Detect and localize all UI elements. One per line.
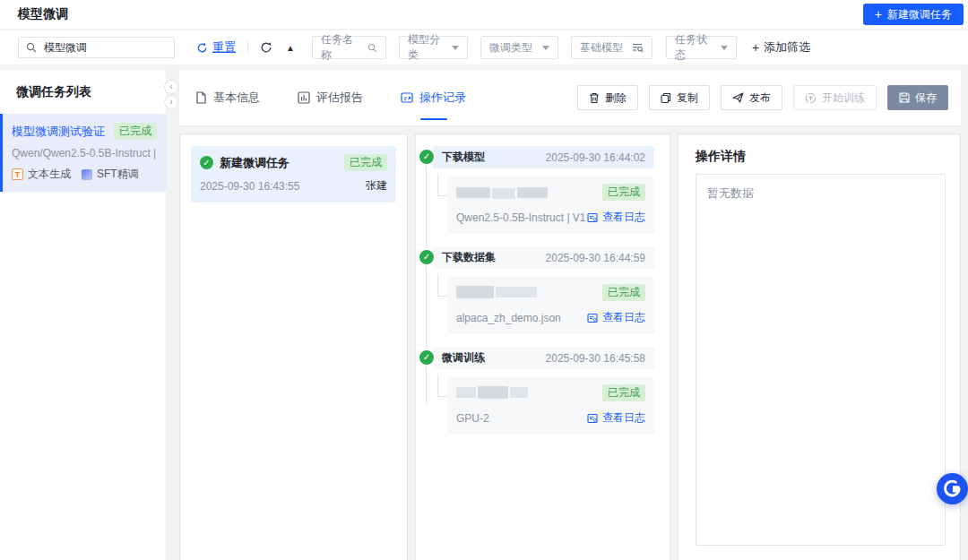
step-download-dataset: ✓ 下载数据集 2025-09-30 16:44:59 已完成 xyxy=(433,246,654,334)
plus-icon: + xyxy=(752,40,759,55)
publish-button[interactable]: 发布 xyxy=(721,85,782,110)
floating-assistant-button[interactable] xyxy=(937,473,968,504)
model-category-select[interactable]: 模型分类 xyxy=(399,36,468,59)
refresh-icon[interactable] xyxy=(260,41,272,54)
operation-status-badge: 已完成 xyxy=(344,154,387,171)
chevron-down-icon xyxy=(542,46,549,50)
search-icon xyxy=(26,42,37,53)
tab-label: 评估报告 xyxy=(316,90,363,106)
operation-operator: 张建 xyxy=(366,178,387,194)
collapse-filters-icon[interactable]: ▲ xyxy=(286,43,295,53)
step-detail: 已完成 Qwen2.5-0.5B-Instruct | V1 查看日志 xyxy=(447,177,654,234)
publish-label: 发布 xyxy=(749,90,771,106)
step-resource: Qwen2.5-0.5B-Instruct | V1 xyxy=(456,211,586,224)
step-detail: 已完成 GPU-2 查看日志 xyxy=(447,377,654,435)
task-status-placeholder: 任务状态 xyxy=(675,32,713,63)
task-status-badge: 已完成 xyxy=(114,123,157,140)
tag-sft: SFT精调 xyxy=(97,167,139,182)
page-title: 模型微调 xyxy=(18,6,68,22)
step-status-badge: 已完成 xyxy=(602,384,645,401)
record-icon xyxy=(401,91,413,104)
reset-icon xyxy=(196,42,208,54)
step-header[interactable]: 下载数据集 2025-09-30 16:44:59 xyxy=(433,246,654,269)
base-model-filter-input[interactable]: 基础模型 xyxy=(571,36,653,59)
chevron-down-icon xyxy=(452,46,459,50)
view-log-label: 查看日志 xyxy=(602,210,645,225)
plus-icon: + xyxy=(875,8,882,21)
tag-text-generation: 文本生成 xyxy=(28,167,71,182)
text-generation-icon: T xyxy=(12,168,23,180)
step-title: 下载数据集 xyxy=(442,250,496,265)
tab-evaluation-report[interactable]: 评估报告 xyxy=(298,70,363,125)
view-log-link[interactable]: 查看日志 xyxy=(587,410,645,426)
document-icon xyxy=(195,91,207,104)
finetune-type-placeholder: 微调类型 xyxy=(489,40,532,56)
divider xyxy=(247,41,248,54)
filter-bar: 重置 ▲ 任务名称 模型分类 微调类型 基础模型 任 xyxy=(0,30,968,65)
step-header[interactable]: 下载模型 2025-09-30 16:44:02 xyxy=(433,146,654,168)
finetune-type-select[interactable]: 微调类型 xyxy=(480,36,558,59)
new-finetune-task-button[interactable]: + 新建微调任务 xyxy=(863,4,964,25)
step-time: 2025-09-30 16:44:02 xyxy=(546,151,645,164)
trash-icon xyxy=(589,92,600,104)
delete-button[interactable]: 删除 xyxy=(577,85,638,110)
step-resource: alpaca_zh_demo.json xyxy=(456,312,561,324)
task-detail-panel: 基本信息 评估报告 操作记录 删除 xyxy=(179,70,961,560)
step-status-badge: 已完成 xyxy=(602,284,645,301)
log-icon xyxy=(587,413,598,424)
log-icon xyxy=(587,212,598,223)
model-category-placeholder: 模型分类 xyxy=(408,32,445,63)
new-task-label: 新建微调任务 xyxy=(887,7,952,22)
view-log-label: 查看日志 xyxy=(602,310,645,325)
send-icon xyxy=(732,92,744,103)
collapse-left-button[interactable]: ‹ xyxy=(164,80,178,94)
reset-label: 重置 xyxy=(212,39,236,56)
copy-label: 复制 xyxy=(677,90,698,106)
copy-button[interactable]: 复制 xyxy=(649,85,710,110)
check-circle-icon: ✓ xyxy=(418,248,436,266)
operation-detail-box: 暂无数据 xyxy=(696,174,946,546)
operation-detail-column: 操作详情 暂无数据 xyxy=(678,134,961,560)
sidebar-collapse-controls: ‹ › xyxy=(164,80,178,109)
task-name: 模型微调测试验证 xyxy=(12,124,105,140)
empty-data-text: 暂无数据 xyxy=(707,186,754,200)
operation-title: 新建微调任务 xyxy=(220,155,290,171)
task-name-filter-input[interactable]: 任务名称 xyxy=(312,36,386,59)
redacted-text xyxy=(456,386,528,399)
task-status-select[interactable]: 任务状态 xyxy=(666,36,737,59)
task-list-item-selected[interactable]: 模型微调测试验证 已完成 Qwen/Qwen2.5-0.5B-Instruct … xyxy=(0,114,166,192)
step-header[interactable]: 微调训练 2025-09-30 16:45:58 xyxy=(433,347,654,369)
save-button[interactable]: 保存 xyxy=(887,85,948,110)
start-training-button[interactable]: 开始训练 xyxy=(793,85,877,110)
step-time: 2025-09-30 16:45:58 xyxy=(546,352,645,365)
chevron-down-icon xyxy=(721,46,728,50)
keyword-search-box[interactable] xyxy=(18,37,175,58)
operation-card-selected[interactable]: ✓ 新建微调任务 已完成 2025-09-30 16:43:55 张建 xyxy=(191,146,396,202)
step-time: 2025-09-30 16:44:59 xyxy=(546,252,645,264)
step-title: 微调训练 xyxy=(442,350,485,366)
step-status-badge: 已完成 xyxy=(602,184,645,201)
view-log-link[interactable]: 查看日志 xyxy=(587,310,645,325)
step-resource: GPU-2 xyxy=(456,412,489,425)
operation-detail-title: 操作详情 xyxy=(696,149,946,165)
view-log-link[interactable]: 查看日志 xyxy=(587,210,645,225)
top-bar: 模型微调 + 新建微调任务 xyxy=(0,0,968,30)
play-circle-icon xyxy=(805,92,817,104)
redacted-text xyxy=(456,185,548,199)
task-list-title: 微调任务列表 xyxy=(0,70,166,100)
base-model-placeholder: 基础模型 xyxy=(580,40,623,56)
tab-label: 基本信息 xyxy=(213,90,260,106)
reset-filters-link[interactable]: 重置 xyxy=(196,39,236,56)
tab-basic-info[interactable]: 基本信息 xyxy=(195,70,260,125)
keyword-search-input[interactable] xyxy=(42,40,167,55)
step-download-model: ✓ 下载模型 2025-09-30 16:44:02 已完成 xyxy=(433,146,654,234)
expand-right-button[interactable]: › xyxy=(164,95,178,109)
add-filter-button[interactable]: + 添加筛选 xyxy=(752,39,810,56)
tab-label: 操作记录 xyxy=(419,90,466,106)
detail-toolbar: 基本信息 评估报告 操作记录 删除 xyxy=(179,70,961,126)
add-filter-label: 添加筛选 xyxy=(764,39,810,56)
sft-icon xyxy=(82,169,92,180)
tab-operation-record[interactable]: 操作记录 xyxy=(401,70,466,125)
step-finetune-training: ✓ 微调训练 2025-09-30 16:45:58 已完成 xyxy=(433,347,654,435)
step-timeline-column: ✓ 下载模型 2025-09-30 16:44:02 已完成 xyxy=(415,134,670,560)
